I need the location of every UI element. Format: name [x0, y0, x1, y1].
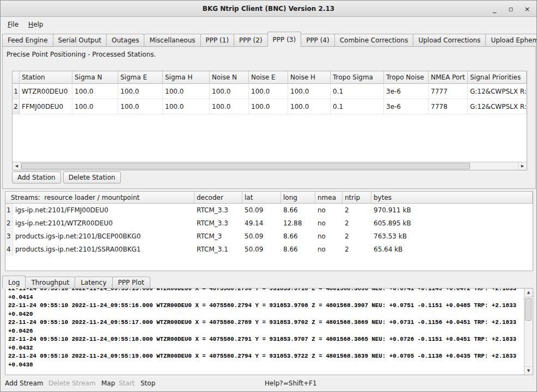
cell-ntrip[interactable]: 2 [343, 204, 371, 217]
cell-sigma-h[interactable]: 100.0 [163, 84, 210, 99]
cell-nmea[interactable]: no [315, 204, 343, 217]
cell-decoder[interactable]: RTCM_3.3 [194, 204, 242, 217]
cell-decoder[interactable]: RTCM_3.3 [194, 217, 242, 230]
stream-row[interactable]: 2 igs-ip.net:2101/WTZR00DEU0 RTCM_3.3 49… [5, 217, 533, 230]
stations-hscrollbar[interactable]: ◀ ▶ [13, 162, 527, 170]
cell-long[interactable]: 8.66 [281, 230, 315, 243]
tab-ppp-4[interactable]: PPP (4) [301, 34, 335, 46]
cell-mountpoint[interactable]: igs-ip.net:2101/FFMJ00DEU0 [13, 204, 194, 217]
cell-noise-h[interactable]: 100.0 [288, 84, 331, 99]
map-button[interactable]: Map [101, 375, 115, 391]
cell-noise-e[interactable]: 100.0 [249, 84, 288, 99]
cell-decoder[interactable]: RTCM_3.1 [194, 243, 242, 256]
tab-log[interactable]: Log [2, 275, 26, 289]
row-number: 1 [13, 84, 20, 99]
cell-sigma-n[interactable]: 100.0 [72, 99, 118, 114]
cell-sigma-h[interactable]: 100.0 [163, 99, 210, 114]
tab-throughput[interactable]: Throughput [25, 277, 75, 288]
stop-button[interactable]: Stop [141, 375, 155, 391]
tab-upload-ephemeris[interactable]: Upload Ephemeris [485, 34, 537, 46]
close-icon[interactable]: × [523, 5, 531, 13]
tab-upload-corrections[interactable]: Upload Corrections [413, 34, 486, 46]
cell-ntrip[interactable]: 2 [343, 243, 371, 256]
cell-tropo-sigma[interactable]: 0.1 [331, 99, 384, 114]
cell-lat[interactable]: 50.09 [242, 204, 281, 217]
cell-lat[interactable]: 49.14 [242, 217, 281, 230]
log-vscrollbar[interactable]: ▲ ▼ [524, 289, 533, 375]
stream-row[interactable]: 4 products.igs-ip.net:2101/SSRA00BKG1 RT… [5, 243, 533, 256]
tab-miscellaneous[interactable]: Miscellaneous [144, 34, 200, 46]
table-row[interactable]: 2 FFMJ00DEU0 100.0 100.0 100.0 100.0 100… [13, 99, 527, 114]
cell-noise-e[interactable]: 100.0 [249, 99, 288, 114]
scroll-left-icon[interactable]: ◀ [13, 162, 21, 170]
cell-ntrip[interactable]: 2 [343, 217, 371, 230]
cell-tropo-noise[interactable]: 3e-6 [384, 84, 429, 99]
vscroll-thumb[interactable] [525, 298, 532, 321]
tab-ppp-1[interactable]: PPP (1) [200, 34, 235, 46]
cell-tropo-sigma[interactable]: 0.1 [331, 84, 384, 99]
titlebar[interactable]: BKG Ntrip Client (BNC) Version 2.13 _ ▫ … [1, 1, 536, 17]
cell-lat[interactable]: 50.09 [242, 243, 281, 256]
add-stream-button[interactable]: Add Stream [5, 375, 43, 391]
tab-ppp-plot[interactable]: PPP Plot [112, 277, 150, 288]
cell-mountpoint[interactable]: products.igs-ip.net:2101/BCEP00BKG0 [13, 230, 194, 243]
col-nmea-port: NMEA Port [429, 71, 468, 84]
minimize-icon[interactable]: _ [491, 5, 498, 13]
cell-signal-priorities[interactable]: G:12&CWPSLX R:12 [468, 84, 527, 99]
tab-ppp-3[interactable]: PPP (3) [267, 32, 302, 47]
cell-sigma-e[interactable]: 100.0 [118, 99, 163, 114]
cell-decoder[interactable]: RTCM_3 [194, 230, 242, 243]
table-row[interactable]: 1 WTZR00DEU0 100.0 100.0 100.0 100.0 100… [13, 84, 527, 99]
cell-lat[interactable]: 50.09 [242, 230, 281, 243]
stream-row[interactable]: 3 products.igs-ip.net:2101/BCEP00BKG0 RT… [5, 230, 533, 243]
cell-ntrip[interactable]: 2 [343, 230, 371, 243]
col-lat: lat [242, 192, 281, 204]
delete-station-button[interactable]: Delete Station [63, 171, 121, 183]
cell-sigma-e[interactable]: 100.0 [118, 84, 163, 99]
stream-row[interactable]: 1 igs-ip.net:2101/FFMJ00DEU0 RTCM_3.3 50… [5, 204, 533, 217]
maximize-icon[interactable]: ▫ [507, 5, 515, 13]
row-number: 1 [5, 204, 13, 217]
cell-nmea[interactable]: no [315, 217, 343, 230]
row-number: 3 [5, 230, 13, 243]
col-bytes: bytes [371, 192, 533, 204]
cell-noise-h[interactable]: 100.0 [288, 99, 331, 114]
start-button: Start [119, 375, 135, 391]
tab-outages[interactable]: Outages [106, 34, 144, 46]
cell-nmea[interactable]: no [315, 243, 343, 256]
cell-long[interactable]: 8.66 [281, 204, 315, 217]
tab-combine-corrections[interactable]: Combine Corrections [334, 34, 414, 46]
tab-serial-output[interactable]: Serial Output [53, 34, 107, 46]
cell-bytes[interactable]: 605.895 kB [371, 217, 533, 230]
cell-nmea-port[interactable]: 7777 [429, 84, 468, 99]
log-view[interactable]: 22-11-24 09:55:10 2022-11-24_09:55:15.00… [5, 288, 533, 375]
tab-feed-engine[interactable]: Feed Engine [2, 34, 53, 46]
cell-signal-priorities[interactable]: G:12&CWPSLX R:12 [468, 99, 527, 114]
menu-help[interactable]: Help [23, 19, 48, 30]
cell-noise-n[interactable]: 100.0 [210, 84, 249, 99]
cell-tropo-noise[interactable]: 3e-6 [384, 99, 429, 114]
scroll-right-icon[interactable]: ▶ [518, 162, 527, 170]
cell-mountpoint[interactable]: products.igs-ip.net:2101/SSRA00BKG1 [13, 243, 194, 256]
cell-bytes[interactable]: 763.53 kB [371, 230, 533, 243]
cell-mountpoint[interactable]: igs-ip.net:2101/WTZR00DEU0 [13, 217, 194, 230]
hscroll-thumb[interactable] [21, 163, 470, 169]
cell-sigma-n[interactable]: 100.0 [72, 84, 118, 99]
cell-nmea-port[interactable]: 7778 [429, 99, 468, 114]
cell-bytes[interactable]: 65.64 kB [371, 243, 533, 256]
cell-long[interactable]: 8.66 [281, 243, 315, 256]
scroll-down-icon[interactable]: ▼ [524, 366, 533, 375]
col-sigma-n: Sigma N [72, 71, 118, 84]
cell-station[interactable]: FFMJ00DEU0 [20, 99, 72, 114]
log-line: 22-11-24 09:55:10 2022-11-24_09:55:17.00… [8, 318, 523, 327]
tab-latency[interactable]: Latency [75, 277, 112, 288]
cell-noise-n[interactable]: 100.0 [210, 99, 249, 114]
menu-file[interactable]: File [3, 19, 23, 30]
scroll-up-icon[interactable]: ▲ [524, 289, 533, 297]
cell-long[interactable]: 12.88 [281, 217, 315, 230]
cell-bytes[interactable]: 970.911 kB [371, 204, 533, 217]
cell-station[interactable]: WTZR00DEU0 [20, 84, 72, 99]
tab-ppp-2[interactable]: PPP (2) [234, 34, 268, 46]
add-station-button[interactable]: Add Station [12, 171, 61, 183]
cell-nmea[interactable]: no [315, 230, 343, 243]
